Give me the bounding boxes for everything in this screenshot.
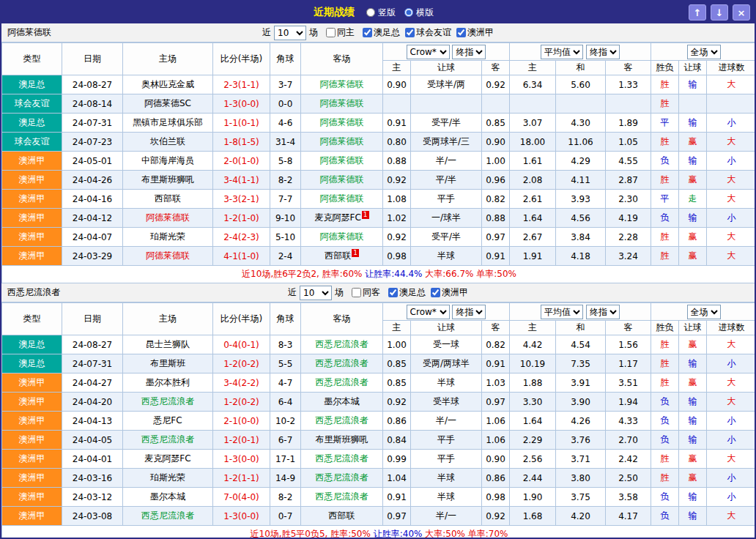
home-team[interactable]: 墨尔本城	[123, 488, 213, 507]
away-team[interactable]: 西悉尼流浪者	[301, 450, 383, 469]
bookmaker-select[interactable]: Crow*	[407, 305, 450, 319]
away-team[interactable]: 西部联	[301, 507, 383, 526]
away-team[interactable]: 阿德莱德联	[301, 152, 383, 171]
home-team[interactable]: 西悉尼流浪者	[123, 431, 213, 450]
handicap-home-odds: 0.88	[383, 152, 411, 171]
avg-final-select[interactable]: 终指	[586, 305, 620, 319]
league-filter[interactable]: 澳洲甲	[431, 286, 468, 299]
result-wdl: 胜	[651, 171, 679, 190]
league-checkbox[interactable]	[388, 288, 398, 297]
home-team[interactable]: 珀斯光荣	[123, 469, 213, 488]
same-venue-checkbox[interactable]	[352, 288, 361, 297]
home-team[interactable]: 麦克阿瑟FC	[123, 450, 213, 469]
avg-select[interactable]: 平均值	[541, 45, 583, 59]
handicap-away-odds: 0.82	[482, 190, 510, 209]
home-team[interactable]: 阿德莱德SC	[123, 94, 213, 114]
home-team[interactable]: 西悉尼流浪者	[123, 393, 213, 412]
league-checkbox[interactable]	[431, 288, 440, 297]
handicap-home-odds: 0.86	[383, 412, 411, 431]
bookmaker-select[interactable]: Crow*	[407, 45, 450, 59]
away-team[interactable]: 西悉尼流浪者	[301, 469, 383, 488]
away-team[interactable]: 麦克阿瑟FC1	[301, 209, 383, 228]
handicap-line: 受一球	[411, 335, 482, 354]
league-filter[interactable]: 澳足总	[388, 286, 426, 299]
home-team[interactable]: 西部联	[123, 190, 213, 209]
match-date: 24-04-27	[62, 373, 123, 393]
team-section: 阿德莱德联 近 10 场 同主 澳足总球会友谊澳洲甲 类型	[1, 23, 755, 283]
avg-select[interactable]: 平均值	[541, 305, 583, 319]
close-button[interactable]: ×	[733, 4, 750, 21]
avg-away-odds: 1.17	[606, 354, 651, 373]
home-team[interactable]: 布里斯班	[123, 354, 213, 373]
away-team[interactable]: 西部联1	[301, 247, 383, 266]
home-team[interactable]: 昆士兰狮队	[123, 335, 213, 354]
league-filter[interactable]: 球会友谊	[405, 26, 451, 39]
home-team[interactable]: 悉尼FC	[123, 412, 213, 431]
away-team[interactable]: 墨尔本城	[301, 393, 383, 412]
layout-option-vertical[interactable]: 竖版	[366, 7, 396, 19]
result-handicap: 输	[679, 114, 707, 133]
handicap-line: 一/球半	[411, 209, 482, 228]
layout-option-horizontal[interactable]: 横版	[404, 7, 434, 19]
away-team[interactable]: 阿德莱德联	[301, 114, 383, 133]
home-team[interactable]: 阿德莱德联	[123, 247, 213, 266]
sub-header-handicap-line: 让球	[411, 321, 482, 335]
away-team[interactable]: 阿德莱德联	[301, 190, 383, 209]
count-select[interactable]: 10	[274, 26, 306, 40]
away-team[interactable]: 西悉尼流浪者	[301, 354, 383, 373]
home-team[interactable]: 墨尔本胜利	[123, 373, 213, 393]
score: 1-3(0-0)	[213, 450, 270, 469]
handicap-final-select[interactable]: 终指	[452, 305, 486, 319]
layout-radio[interactable]	[366, 8, 375, 17]
corner-score: 6-7	[270, 431, 301, 450]
away-team[interactable]: 阿德莱德联	[301, 171, 383, 190]
league-checkbox[interactable]	[363, 28, 372, 37]
scope-select[interactable]: 全场	[687, 45, 721, 59]
same-venue-filter[interactable]: 同客	[352, 286, 380, 299]
home-team[interactable]: 黑镇市足球俱乐部	[123, 114, 213, 133]
away-team[interactable]: 阿德莱德联	[301, 94, 383, 114]
result-wdl: 负	[651, 393, 679, 412]
match-rows: 澳足总24-08-27昆士兰狮队0-4(0-1)8-3西悉尼流浪者1.00受一球…	[2, 335, 756, 526]
score: 3-4(1-1)	[213, 171, 270, 190]
league-filter[interactable]: 澳足总	[363, 26, 400, 39]
away-team[interactable]: 阿德莱德联	[301, 228, 383, 247]
league-checkbox[interactable]	[405, 28, 415, 37]
match-date: 24-04-20	[62, 393, 123, 412]
away-team[interactable]: 阿德莱德联	[301, 133, 383, 152]
league-type-badge: 澳洲甲	[2, 431, 62, 450]
home-team[interactable]: 奥林匹克金威	[123, 75, 213, 94]
home-team[interactable]: 西悉尼流浪者	[123, 507, 213, 526]
sub-header-avg-home: 主	[510, 321, 556, 335]
league-type-badge: 澳洲甲	[2, 209, 62, 228]
home-team[interactable]: 阿德莱德联	[123, 209, 213, 228]
scope-select[interactable]: 全场	[687, 305, 721, 319]
handicap-final-select[interactable]: 终指	[452, 45, 486, 59]
home-team[interactable]: 坎伯兰联	[123, 133, 213, 152]
home-team[interactable]: 珀斯光荣	[123, 228, 213, 247]
count-select[interactable]: 10	[300, 286, 332, 300]
home-team[interactable]: 中部海岸海员	[123, 152, 213, 171]
away-team[interactable]: 西悉尼流浪者	[301, 412, 383, 431]
league-checkbox[interactable]	[456, 28, 466, 37]
away-team[interactable]: 西悉尼流浪者	[301, 373, 383, 393]
result-goals: 大	[707, 171, 756, 190]
same-venue-checkbox[interactable]	[326, 28, 336, 37]
move-up-button[interactable]: ↑	[689, 4, 706, 21]
move-down-button[interactable]: ↓	[711, 4, 728, 21]
league-filter[interactable]: 澳洲甲	[456, 26, 494, 39]
home-team[interactable]: 布里斯班狮吼	[123, 171, 213, 190]
away-team[interactable]: 西悉尼流浪者	[301, 488, 383, 507]
match-date: 24-03-08	[62, 507, 123, 526]
away-team[interactable]: 布里斯班狮吼	[301, 431, 383, 450]
avg-away-odds: 1.56	[606, 335, 651, 354]
same-venue-filter[interactable]: 同主	[326, 26, 355, 39]
result-handicap: 输	[679, 412, 707, 431]
match-row: 澳洲甲24-04-01麦克阿瑟FC1-3(0-0)17-1西悉尼流浪者0.99平…	[2, 450, 756, 469]
layout-radio[interactable]	[404, 8, 413, 17]
sub-header-result-goals: 进球数	[707, 321, 756, 335]
away-team[interactable]: 阿德莱德联	[301, 75, 383, 94]
away-team[interactable]: 西悉尼流浪者	[301, 335, 383, 354]
avg-final-select[interactable]: 终指	[586, 45, 620, 59]
result-handicap: 输	[679, 431, 707, 450]
